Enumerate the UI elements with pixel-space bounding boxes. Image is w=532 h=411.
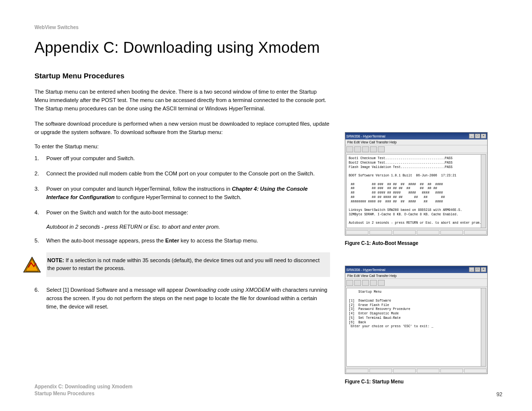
step-5-enter-key: Enter [166, 238, 179, 243]
footer-line-1: Appendix C: Downloading using Xmodem [34, 383, 133, 390]
window-titlebar: SRW208 - HyperTerminal _ □ × [345, 266, 487, 273]
toolbar-button [346, 280, 353, 286]
svg-point-2 [35, 263, 36, 264]
step-4: Power on the Switch and watch for the au… [34, 208, 330, 217]
toolbar-button [362, 280, 369, 286]
footer-line-2: Startup Menu Procedures [34, 390, 133, 397]
step-6-text-a: Select [1] Download Software and a messa… [46, 287, 185, 293]
step-2: Connect the provided null modem cable fr… [34, 170, 330, 178]
figure-caption-1: Figure C-1: Auto-Boot Message [345, 240, 493, 246]
window-buttons: _ □ × [469, 134, 486, 138]
steps-list-cont2: Select [1] Download Software and a messa… [34, 286, 330, 311]
step-6-emphasis: Downloading code using XMODEM [185, 287, 269, 293]
toolbar-button [370, 146, 377, 152]
step-5: When the auto-boot message appears, pres… [34, 237, 330, 245]
left-column: The Startup menu can be entered when boo… [34, 88, 330, 404]
window-toolbar [345, 279, 487, 287]
section-heading: Startup Menu Procedures [34, 71, 502, 80]
window-menubar: File Edit View Call Transfer Help [345, 139, 487, 145]
maximize-icon: □ [475, 134, 480, 138]
toolbar-button [370, 280, 377, 286]
toolbar-button [354, 280, 361, 286]
page-footer: Appendix C: Downloading using Xmodem Sta… [34, 383, 502, 397]
figure-c1-startup: SRW208 - HyperTerminal _ □ × File Edit V… [345, 266, 493, 384]
toolbar-button [378, 280, 385, 286]
steps-list: Power off your computer and Switch. Conn… [34, 154, 330, 217]
toolbar-button [354, 146, 361, 152]
warning-icon [23, 256, 41, 273]
step-3-text-a: Power on your computer and launch HyperT… [46, 186, 232, 192]
autoboot-message: Autoboot in 2 seconds - press RETURN or … [46, 224, 330, 230]
note-text: NOTE: If a selection is not made within … [47, 256, 325, 273]
scrollbar [481, 155, 486, 228]
window-title: SRW208 - HyperTerminal [346, 135, 385, 138]
step-5-text-c: key to access the Startup menu. [179, 238, 258, 243]
intro-paragraph-2: The software download procedure is perfo… [34, 120, 330, 137]
lead-in: To enter the Startup menu: [34, 143, 330, 149]
steps-list-cont: When the auto-boot message appears, pres… [34, 237, 330, 245]
terminal-window-1: SRW208 - HyperTerminal _ □ × File Edit V… [345, 132, 488, 236]
note-box: NOTE: If a selection is not made within … [46, 252, 330, 277]
note-body: If a selection is not made within 35 sec… [47, 257, 320, 272]
page-number: 92 [497, 391, 502, 397]
terminal-window-2: SRW208 - HyperTerminal _ □ × File Edit V… [345, 266, 488, 374]
window-title: SRW208 - HyperTerminal [346, 268, 385, 272]
terminal-text: Boot1 Checksum Test.....................… [349, 157, 481, 225]
footer-left: Appendix C: Downloading using Xmodem Sta… [34, 383, 133, 397]
step-5-text-a: When the auto-boot message appears, pres… [46, 238, 166, 243]
step-3: Power on your computer and launch HyperT… [34, 185, 330, 202]
terminal-body: Startup Menu [1] Download Software [2] E… [346, 288, 486, 367]
step-1: Power off your computer and Switch. [34, 154, 330, 163]
terminal-text: Startup Menu [1] Download Software [2] E… [349, 290, 433, 328]
page-title: Appendix C: Downloading using Xmodem [34, 39, 502, 57]
close-icon: × [481, 267, 486, 272]
content-area: The Startup menu can be entered when boo… [34, 88, 502, 404]
intro-paragraph-1: The Startup menu can be entered when boo… [34, 88, 330, 113]
step-3-text-c: to configure HyperTerminal to connect to… [115, 194, 241, 200]
figure-c1-autoboot: SRW208 - HyperTerminal _ □ × File Edit V… [345, 132, 493, 246]
minimize-icon: _ [469, 267, 474, 272]
window-statusbar [345, 368, 487, 374]
minimize-icon: _ [469, 134, 474, 138]
close-icon: × [481, 134, 486, 138]
window-statusbar [345, 229, 487, 235]
right-column: SRW208 - HyperTerminal _ □ × File Edit V… [345, 88, 493, 404]
toolbar-button [378, 146, 385, 152]
step-6: Select [1] Download Software and a messa… [34, 286, 330, 311]
header-label: WebView Switches [34, 25, 502, 30]
note-label: NOTE: [47, 257, 64, 263]
window-toolbar [345, 145, 487, 153]
window-menubar: File Edit View Call Transfer Help [345, 273, 487, 279]
terminal-body: Boot1 Checksum Test.....................… [346, 154, 486, 228]
toolbar-button [362, 146, 369, 152]
scrollbar [481, 288, 486, 366]
window-titlebar: SRW208 - HyperTerminal _ □ × [345, 133, 487, 139]
toolbar-button [346, 146, 353, 152]
window-buttons: _ □ × [469, 267, 486, 272]
maximize-icon: □ [475, 267, 480, 272]
